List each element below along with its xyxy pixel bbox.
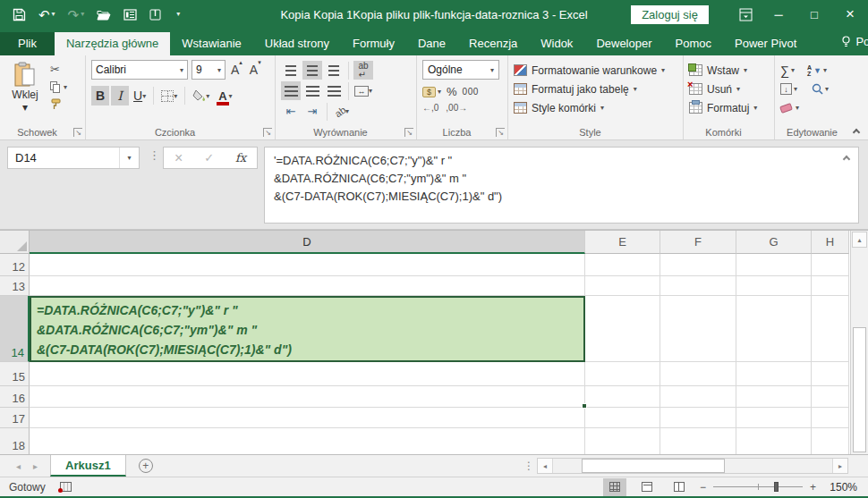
active-cell-D14[interactable]: =DATA.RÓŻNICA(C6;C7;"y")&" r " &DATA.RÓŻ…: [30, 296, 585, 362]
cell-styles-button[interactable]: Style komórki▾: [514, 98, 679, 117]
conditional-formatting-button[interactable]: Formatowanie warunkowe▾: [514, 61, 679, 80]
cell-E16[interactable]: [585, 386, 660, 408]
cell-D15[interactable]: [30, 362, 585, 386]
page-layout-view-button[interactable]: [635, 478, 659, 496]
row-header-13[interactable]: 13: [0, 276, 30, 296]
copy-button[interactable]: ▾: [50, 81, 67, 93]
zoom-out-icon[interactable]: −: [700, 481, 706, 494]
delete-cells-button[interactable]: Usuń▾: [689, 80, 770, 98]
cell-G14[interactable]: [736, 296, 812, 362]
tab-view[interactable]: Widok: [529, 32, 584, 55]
cell-H15[interactable]: [812, 362, 849, 386]
font-name-select[interactable]: Calibri▾: [91, 60, 188, 80]
comma-style-button[interactable]: 000: [463, 87, 479, 97]
accounting-format-button[interactable]: $▾: [422, 87, 441, 97]
cell-G16[interactable]: [736, 386, 812, 408]
sheet-nav-right-icon[interactable]: ▸: [33, 461, 38, 471]
row-header-15[interactable]: 15: [0, 362, 30, 386]
increase-font-button[interactable]: A▴: [229, 63, 244, 77]
decrease-decimal-button[interactable]: ,00→: [446, 103, 467, 113]
font-color-button[interactable]: A▾: [214, 86, 234, 106]
horizontal-scroll-thumb[interactable]: [582, 459, 725, 473]
tab-review[interactable]: Recenzja: [457, 32, 529, 55]
cell-E18[interactable]: [585, 428, 660, 454]
tab-home[interactable]: Narzędzia główne: [55, 32, 170, 55]
cell-H17[interactable]: [812, 408, 849, 428]
column-header-F[interactable]: F: [660, 231, 736, 254]
cell-F18[interactable]: [660, 428, 736, 454]
cell-G15[interactable]: [736, 362, 812, 386]
zoom-thumb[interactable]: [774, 482, 779, 492]
save-icon[interactable]: [13, 8, 26, 21]
fill-color-button[interactable]: ▾: [190, 86, 212, 106]
undo-caret-icon[interactable]: ▾: [52, 11, 55, 18]
scroll-left-icon[interactable]: ◂: [538, 459, 553, 473]
collapse-formula-bar-icon[interactable]: [843, 156, 850, 163]
clipboard-dialog-launcher[interactable]: ↘: [73, 128, 82, 137]
merge-center-button[interactable]: ↔▾: [353, 81, 373, 100]
increase-decimal-button[interactable]: ←,0: [422, 103, 438, 113]
cancel-icon[interactable]: ×: [174, 150, 183, 166]
format-as-table-button[interactable]: Formatuj jako tabelę▾: [514, 80, 679, 98]
decrease-indent-button[interactable]: ⇤: [281, 102, 301, 121]
cell-F16[interactable]: [660, 386, 736, 408]
number-format-select[interactable]: Ogólne▾: [422, 60, 499, 80]
fill-handle[interactable]: [582, 403, 587, 409]
column-header-H[interactable]: H: [812, 231, 849, 254]
cell-E12[interactable]: [585, 254, 660, 276]
row-header-18[interactable]: 18: [0, 428, 30, 454]
wrap-text-button[interactable]: ab↵: [353, 61, 373, 80]
row-header-12[interactable]: 12: [0, 254, 30, 276]
name-box[interactable]: D14 ▾: [7, 147, 140, 169]
cell-D18[interactable]: [30, 428, 585, 454]
row-header-14[interactable]: 14: [0, 296, 30, 362]
vertical-scroll-thumb[interactable]: [853, 327, 866, 452]
column-header-D[interactable]: D: [30, 231, 585, 254]
align-right-button[interactable]: [324, 81, 344, 100]
enter-icon[interactable]: ✓: [204, 151, 214, 165]
maximize-button[interactable]: □: [796, 0, 832, 29]
insert-cells-button[interactable]: Wstaw▾: [689, 61, 770, 80]
cell-F15[interactable]: [660, 362, 736, 386]
vertical-scrollbar[interactable]: ▴: [850, 231, 868, 454]
font-dialog-launcher[interactable]: ↘: [263, 128, 272, 137]
sheet-nav-left-icon[interactable]: ◂: [16, 461, 21, 471]
tab-scrollbar-splitter[interactable]: ⋮: [523, 460, 534, 472]
row-header-16[interactable]: 16: [0, 386, 30, 408]
tab-power-pivot[interactable]: Power Pivot: [723, 32, 808, 55]
ribbon-display-options-icon[interactable]: [730, 0, 761, 29]
increase-indent-button[interactable]: ⇥: [302, 102, 322, 121]
document-properties-icon[interactable]: [123, 9, 137, 21]
cell-H16[interactable]: [812, 386, 849, 408]
format-cells-button[interactable]: Formatuj▾: [689, 98, 770, 117]
page-break-view-button[interactable]: [668, 478, 691, 496]
font-size-select[interactable]: 9▾: [191, 60, 226, 80]
cell-E15[interactable]: [585, 362, 660, 386]
zoom-level[interactable]: 150%: [825, 481, 857, 494]
cut-button[interactable]: ✂: [50, 63, 67, 76]
column-header-E[interactable]: E: [585, 231, 660, 254]
clear-button[interactable]: ▾: [780, 104, 799, 112]
tab-insert[interactable]: Wstawianie: [170, 32, 252, 55]
cell-H14[interactable]: [812, 296, 849, 362]
italic-button[interactable]: I: [111, 86, 129, 106]
normal-view-button[interactable]: [603, 478, 626, 496]
cell-E17[interactable]: [585, 408, 660, 428]
open-file-icon[interactable]: [97, 9, 111, 21]
cell-H13[interactable]: [812, 276, 849, 296]
touch-mode-icon[interactable]: [149, 8, 162, 21]
cell-D16[interactable]: [30, 386, 585, 408]
undo-button[interactable]: ↶▾: [38, 8, 55, 21]
sort-filter-button[interactable]: AZ▼▾: [807, 64, 827, 77]
align-center-button[interactable]: [302, 81, 322, 100]
paste-caret-icon[interactable]: ▾: [22, 101, 28, 114]
close-button[interactable]: ×: [832, 0, 868, 29]
autosum-button[interactable]: ∑▾: [780, 63, 795, 78]
scroll-right-icon[interactable]: ▸: [832, 459, 847, 473]
cell-D12[interactable]: [30, 254, 585, 276]
zoom-track[interactable]: [713, 486, 803, 487]
sign-in-button[interactable]: Zaloguj się: [631, 5, 709, 24]
column-header-G[interactable]: G: [736, 231, 812, 254]
underline-button[interactable]: U▾: [131, 86, 149, 106]
align-middle-button[interactable]: [302, 61, 322, 80]
